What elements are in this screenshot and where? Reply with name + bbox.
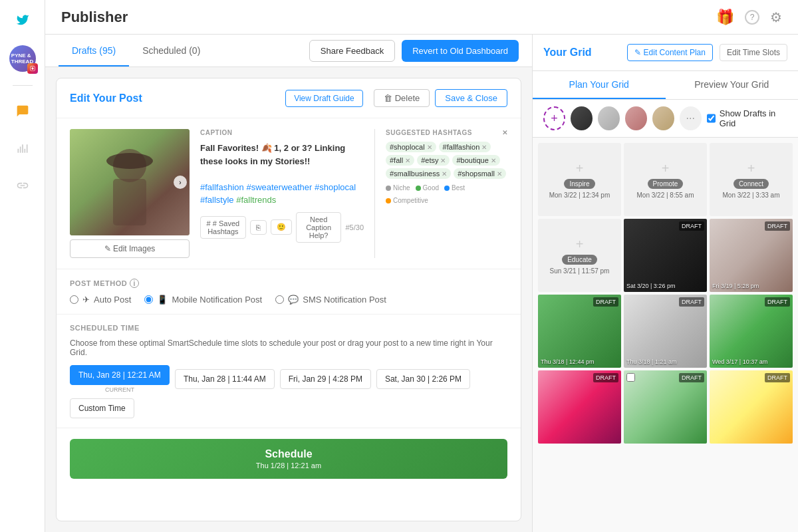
grid-cell-draft-8[interactable]: DRAFT <box>710 370 793 444</box>
sidebar-item-links[interactable] <box>11 174 35 198</box>
tab-actions: Share Feedback Revert to Old Dashboard <box>309 40 519 62</box>
page-title: Publisher <box>61 9 706 26</box>
schedule-button[interactable]: Schedule Thu 1/28 | 12:21 am <box>70 439 507 479</box>
hashtag-remove-shopsmall[interactable]: ✕ <box>497 170 502 178</box>
caption-hashtag-5: #falltrends <box>236 195 276 205</box>
sidebar-divider <box>13 85 33 86</box>
post-editor: › ✎ Edit Images CAPTION Fall Favorites! … <box>57 118 521 269</box>
tab-drafts[interactable]: Drafts (95) <box>59 35 129 66</box>
profile-thumb-3[interactable] <box>625 106 647 130</box>
grid-cell-draft-7[interactable]: DRAFT <box>624 370 707 444</box>
mobile-notification-option[interactable]: 📱 Mobile Notification Post <box>144 295 262 305</box>
hashtag-remove-shoplocal[interactable]: ✕ <box>427 144 432 151</box>
hashtag-chip-boutique: #boutique ✕ <box>452 155 499 166</box>
educate-time: Sun 3/21 | 11:57 pm <box>550 267 610 275</box>
grid-cell-draft-6[interactable]: DRAFT <box>538 370 621 444</box>
caption-label: CAPTION <box>200 129 364 136</box>
grid-row-2: + Educate Sun 3/21 | 11:57 pm DRAFT Sat … <box>538 219 793 292</box>
draft-checkbox-7[interactable] <box>626 373 635 382</box>
edit-post-panel: Edit Your Post View Draft Guide 🗑 Delete… <box>56 78 521 521</box>
post-method-info-icon[interactable]: i <box>130 279 139 288</box>
hashtag-remove-boutique[interactable]: ✕ <box>491 157 496 164</box>
plus-icon: + <box>576 161 584 176</box>
copy-button[interactable]: ⎘ <box>250 220 267 235</box>
plus-icon-4: + <box>576 237 584 252</box>
grid-cell-educate[interactable]: + Educate Sun 3/21 | 11:57 pm <box>538 219 621 292</box>
sms-notification-radio[interactable] <box>275 295 284 304</box>
tab-plan-your-grid[interactable]: Plan Your Grid <box>533 71 666 99</box>
time-slot-2[interactable]: Thu, Jan 28 | 11:44 AM <box>175 369 275 389</box>
inspire-badge: Inspire <box>564 179 595 189</box>
hashtag-icon: # <box>207 219 211 227</box>
avatar[interactable]: PYNE &THREAD <box>9 45 36 72</box>
auto-post-option[interactable]: ✈ Auto Post <box>70 295 131 305</box>
grid-cell-draft-5[interactable]: DRAFT Wed 3/17 | 10:37 am <box>710 295 793 368</box>
post-method-section: POST METHOD i ✈ Auto Post 📱 Mobile Notif <box>57 269 521 315</box>
hashtag-close-icon[interactable]: ✕ <box>502 129 508 136</box>
edit-time-slots-button[interactable]: Edit Time Slots <box>720 44 787 61</box>
profile-thumb-1[interactable] <box>571 106 593 130</box>
hashtag-remove-fall[interactable]: ✕ <box>405 157 410 164</box>
grid-row-1: + Inspire Mon 3/22 | 12:34 pm + Promote … <box>538 143 793 216</box>
save-close-button[interactable]: Save & Close <box>435 89 507 107</box>
hashtag-legend: Niche Good Best <box>386 179 507 204</box>
emoji-button[interactable]: 🙂 <box>271 219 292 235</box>
draft-badge-2: DRAFT <box>765 221 790 231</box>
sidebar-item-publisher[interactable] <box>11 99 35 123</box>
settings-icon[interactable]: ⚙ <box>770 9 782 25</box>
scheduled-time-desc: Choose from these optimal SmartSchedule … <box>70 338 507 357</box>
share-feedback-button[interactable]: Share Feedback <box>309 40 395 62</box>
grid-header: Your Grid ✎ Edit Content Plan Edit Time … <box>533 35 798 71</box>
show-drafts-checkbox[interactable] <box>707 114 716 123</box>
hashtag-remove-smallbusiness[interactable]: ✕ <box>442 170 447 178</box>
mobile-notification-radio[interactable] <box>144 295 153 304</box>
caption-text[interactable]: Fall Favorites! 🍂 1, 2 or 3? Linking the… <box>200 142 364 207</box>
hashtag-chip-shoplocal: #shoplocal ✕ <box>386 142 436 152</box>
draft-badge-3: DRAFT <box>593 297 618 307</box>
saved-hashtags-button[interactable]: # # Saved Hashtags <box>200 216 246 239</box>
grid-cell-draft-4[interactable]: DRAFT Thu 3/18 | 1:21 am <box>624 295 707 368</box>
grid-cell-draft-1[interactable]: DRAFT Sat 3/20 | 3:26 pm <box>624 219 707 292</box>
add-profile-button[interactable]: + <box>543 106 565 130</box>
sidebar-logo[interactable] <box>11 8 35 32</box>
hashtag-remove-etsy[interactable]: ✕ <box>440 157 446 164</box>
tab-scheduled[interactable]: Scheduled (0) <box>129 35 213 66</box>
time-slot-3[interactable]: Fri, Jan 29 | 4:28 PM <box>280 369 371 389</box>
delete-button[interactable]: 🗑 Delete <box>374 89 430 107</box>
grid-cell-promote[interactable]: + Promote Mon 3/22 | 8:55 am <box>624 143 707 216</box>
sidebar-item-analytics[interactable] <box>11 136 35 160</box>
grid-cell-connect[interactable]: + Connect Mon 3/22 | 3:33 am <box>710 143 793 216</box>
edit-images-button[interactable]: ✎ Edit Images <box>70 239 190 258</box>
auto-post-radio[interactable] <box>70 295 78 304</box>
caption-hashtag-1: #fallfashion <box>200 182 244 192</box>
post-image-area: › ✎ Edit Images <box>70 129 190 258</box>
grid-title: Your Grid <box>543 47 620 59</box>
tabs-bar: Drafts (95) Scheduled (0) Share Feedback… <box>45 35 532 67</box>
need-caption-button[interactable]: Need Caption Help? <box>296 212 342 243</box>
time-slot-1[interactable]: Thu, Jan 28 | 12:21 AM <box>70 365 170 385</box>
custom-time-button[interactable]: Custom Time <box>70 398 134 418</box>
grid-cell-inspire[interactable]: + Inspire Mon 3/22 | 12:34 pm <box>538 143 621 216</box>
draft-time-5: Wed 3/17 | 10:37 am <box>712 358 790 365</box>
sms-notification-option[interactable]: 💬 SMS Notification Post <box>275 295 386 305</box>
hashtag-remove-fallfashion[interactable]: ✕ <box>481 144 487 151</box>
help-icon[interactable]: ? <box>745 10 759 25</box>
revert-dashboard-button[interactable]: Revert to Old Dashboard <box>402 40 519 62</box>
educate-badge: Educate <box>562 255 597 265</box>
profile-more-button[interactable]: ··· <box>680 106 702 130</box>
content-area: Drafts (95) Scheduled (0) Share Feedback… <box>45 35 798 532</box>
time-slot-4[interactable]: Sat, Jan 30 | 2:26 PM <box>376 369 470 389</box>
promote-badge: Promote <box>648 179 684 189</box>
gift-icon[interactable]: 🎁 <box>716 9 734 26</box>
tab-preview-your-grid[interactable]: Preview Your Grid <box>666 71 799 99</box>
profile-thumb-4[interactable] <box>652 106 674 130</box>
edit-content-plan-button[interactable]: ✎ Edit Content Plan <box>627 44 713 61</box>
image-next-button[interactable]: › <box>174 176 187 189</box>
grid-cell-draft-3[interactable]: DRAFT Thu 3/18 | 12:44 pm <box>538 295 621 368</box>
draft-badge-1: DRAFT <box>679 221 704 231</box>
hashtag-area: SUGGESTED HASHTAGS ✕ #shoplocal ✕ #fallf… <box>374 129 507 258</box>
view-draft-guide-button[interactable]: View Draft Guide <box>285 90 363 107</box>
caption-hashtag-2: #sweaterweather <box>246 182 312 192</box>
profile-thumb-2[interactable] <box>598 106 620 130</box>
grid-cell-draft-2[interactable]: DRAFT Fri 3/19 | 5:28 pm <box>710 219 793 292</box>
